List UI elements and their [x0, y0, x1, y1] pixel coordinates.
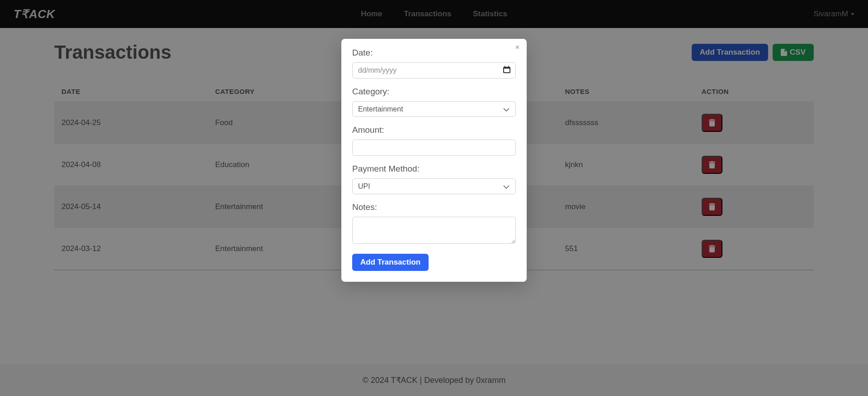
label-amount: Amount:: [352, 125, 516, 135]
amount-input[interactable]: [352, 140, 516, 156]
notes-textarea[interactable]: [352, 217, 516, 244]
form-group-category: Category: Entertainment: [352, 87, 516, 117]
add-transaction-modal: × Date: Category: Entertainment Amount: …: [341, 39, 527, 282]
date-input[interactable]: [352, 62, 516, 79]
form-group-amount: Amount:: [352, 125, 516, 156]
label-category: Category:: [352, 87, 516, 97]
category-select[interactable]: Entertainment: [352, 101, 516, 117]
label-payment-method: Payment Method:: [352, 164, 516, 174]
form-group-date: Date:: [352, 48, 516, 79]
payment-method-select[interactable]: UPI: [352, 178, 516, 194]
form-group-payment: Payment Method: UPI: [352, 164, 516, 194]
form-group-notes: Notes:: [352, 202, 516, 246]
label-notes: Notes:: [352, 202, 516, 212]
submit-add-transaction-button[interactable]: Add Transaction: [352, 254, 429, 271]
modal-close-button[interactable]: ×: [515, 43, 519, 51]
label-date: Date:: [352, 48, 516, 58]
